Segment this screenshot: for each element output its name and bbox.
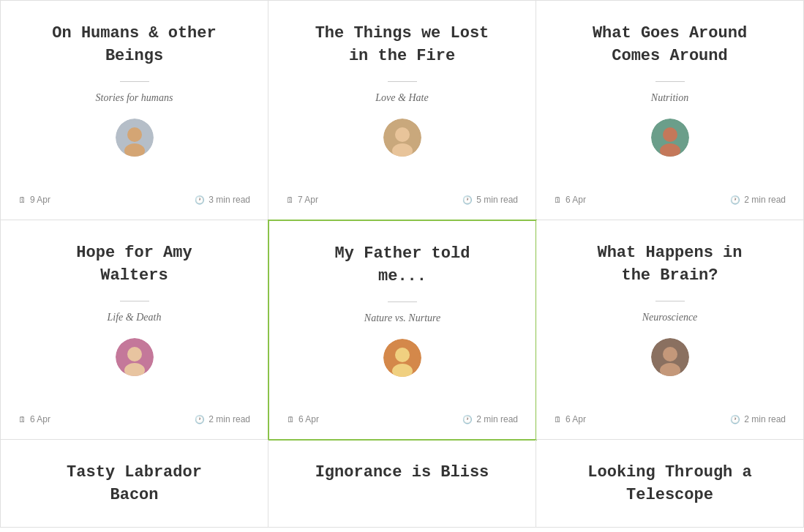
card-date: 🗓 6 Apr: [554, 195, 586, 205]
card-6[interactable]: What Happens inthe Brain? Neuroscience 🗓…: [536, 220, 804, 440]
card-read-time-text: 3 min read: [208, 195, 250, 205]
card-category: Neuroscience: [642, 312, 698, 323]
svg-point-13: [395, 348, 410, 362]
card-category: Nature vs. Nurture: [364, 312, 440, 324]
calendar-icon: 🗓: [554, 415, 562, 424]
calendar-icon: 🗓: [286, 195, 294, 204]
card-date-text: 6 Apr: [30, 414, 50, 424]
card-divider: [388, 301, 417, 302]
card-date: 🗓 7 Apr: [286, 195, 318, 205]
card-2[interactable]: The Things we Lostin the Fire Love & Hat…: [268, 1, 536, 220]
card-date: 🗓 6 Apr: [554, 414, 586, 424]
card-date-text: 6 Apr: [298, 414, 319, 424]
card-avatar: [116, 119, 154, 157]
card-read-time: 🕐 2 min read: [730, 414, 786, 424]
clock-icon: 🕐: [195, 415, 205, 424]
svg-point-10: [127, 347, 142, 361]
card-3[interactable]: What Goes AroundComes Around Nutrition 🗓…: [536, 1, 804, 220]
card-title: Looking Through aTelescope: [554, 462, 786, 507]
card-read-time-text: 2 min read: [208, 414, 250, 424]
card-title: Hope for AmyWalters: [76, 242, 192, 288]
clock-icon: 🕐: [195, 195, 205, 205]
card-divider: [655, 81, 685, 82]
clock-icon: 🕐: [462, 415, 473, 424]
card-title: On Humans & otherBeings: [52, 23, 216, 68]
card-avatar: [651, 119, 689, 157]
card-8[interactable]: Ignorance is Bliss: [268, 440, 536, 528]
card-footer: 🗓 6 Apr 🕐 2 min read: [287, 414, 518, 424]
card-divider: [388, 81, 417, 82]
card-category: Love & Hate: [375, 92, 428, 104]
calendar-icon: 🗓: [287, 415, 295, 424]
card-title: My Father toldme...: [335, 243, 470, 288]
card-read-time: 🕐 2 min read: [730, 195, 786, 205]
card-footer: 🗓 6 Apr 🕐 2 min read: [554, 414, 786, 424]
clock-icon: 🕐: [730, 415, 740, 424]
svg-point-7: [663, 127, 677, 142]
card-footer: 🗓 7 Apr 🕐 5 min read: [286, 195, 518, 205]
card-4[interactable]: Hope for AmyWalters Life & Death 🗓 6 Apr…: [1, 220, 268, 440]
card-divider: [120, 301, 149, 301]
svg-point-4: [395, 127, 410, 142]
card-title: Ignorance is Bliss: [286, 462, 518, 484]
calendar-icon: 🗓: [554, 195, 562, 204]
card-read-time-text: 2 min read: [476, 414, 518, 424]
clock-icon: 🕐: [730, 195, 740, 205]
card-title: Tasty LabradorBacon: [18, 462, 250, 507]
card-7[interactable]: Tasty LabradorBacon: [1, 440, 268, 528]
card-read-time: 🕐 2 min read: [462, 414, 518, 424]
card-footer: 🗓 9 Apr 🕐 3 min read: [18, 195, 250, 205]
card-avatar: [116, 338, 154, 376]
calendar-icon: 🗓: [18, 415, 26, 424]
card-category: Nutrition: [651, 92, 688, 104]
card-read-time: 🕐 5 min read: [462, 195, 518, 205]
card-read-time: 🕐 2 min read: [195, 414, 250, 424]
card-footer: 🗓 6 Apr 🕐 2 min read: [18, 414, 250, 424]
card-date-text: 6 Apr: [566, 195, 586, 205]
card-9[interactable]: Looking Through aTelescope: [536, 440, 804, 528]
card-category: Stories for humans: [96, 92, 173, 104]
card-avatar: [383, 339, 421, 377]
card-avatar: [651, 338, 689, 376]
card-date: 🗓 9 Apr: [18, 195, 50, 205]
card-read-time-text: 2 min read: [744, 195, 786, 205]
article-grid: On Humans & otherBeings Stories for huma…: [0, 0, 804, 528]
card-footer: 🗓 6 Apr 🕐 2 min read: [554, 195, 786, 205]
card-date-text: 6 Apr: [566, 414, 586, 424]
card-date-text: 7 Apr: [298, 195, 318, 205]
card-avatar: [383, 119, 421, 157]
card-5[interactable]: My Father toldme... Nature vs. Nurture 🗓…: [268, 220, 537, 441]
card-category: Life & Death: [108, 312, 162, 323]
card-read-time-text: 5 min read: [476, 195, 518, 205]
clock-icon: 🕐: [462, 195, 473, 205]
card-divider: [120, 81, 149, 82]
card-read-time-text: 2 min read: [744, 414, 786, 424]
card-read-time: 🕐 3 min read: [195, 195, 250, 205]
svg-point-1: [127, 127, 142, 142]
card-1[interactable]: On Humans & otherBeings Stories for huma…: [1, 1, 268, 220]
card-title: What Goes AroundComes Around: [593, 23, 747, 68]
card-title: What Happens inthe Brain?: [597, 242, 742, 288]
card-title: The Things we Lostin the Fire: [315, 23, 489, 68]
calendar-icon: 🗓: [18, 195, 26, 204]
card-date: 🗓 6 Apr: [18, 414, 50, 424]
card-date: 🗓 6 Apr: [287, 414, 319, 424]
card-date-text: 9 Apr: [30, 195, 50, 205]
svg-point-16: [663, 347, 677, 361]
card-divider: [655, 301, 685, 301]
